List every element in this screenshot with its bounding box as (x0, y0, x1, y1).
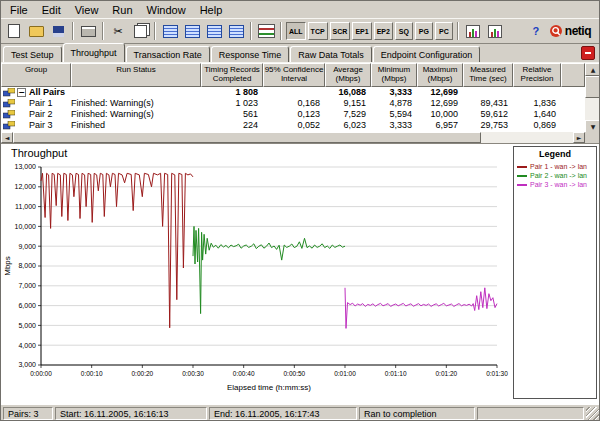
column-header-timing-records[interactable]: Timing Records Completed (201, 63, 263, 87)
svg-text:Elapsed time (h:mm:ss): Elapsed time (h:mm:ss) (227, 383, 311, 392)
chart-title: Throughput (11, 147, 67, 159)
tab-raw-data-totals[interactable]: Raw Data Totals (290, 46, 371, 62)
tab-endpoint-configuration[interactable]: Endpoint Configuration (373, 46, 481, 62)
column-header-relative-precision[interactable]: Relative Precision (513, 63, 561, 87)
status-pairs: Pairs: 3 (3, 407, 53, 420)
menu-window[interactable]: Window (140, 3, 193, 17)
scrollbar-thumb[interactable] (585, 76, 600, 98)
menu-edit[interactable]: Edit (35, 3, 68, 17)
filter-tcp-button[interactable]: TCP (308, 22, 328, 40)
help-button[interactable]: ? (525, 21, 547, 41)
tab-test-setup[interactable]: Test Setup (3, 46, 62, 62)
average-value: 7,529 (325, 109, 371, 120)
scroll-left-button[interactable]: ◄ (1, 132, 13, 143)
confidence-value: 0,168 (263, 98, 325, 109)
confidence-value: 0,123 (263, 109, 325, 120)
scrollbar-thumb[interactable] (13, 132, 481, 143)
results-table: Group Run Status Timing Records Complete… (1, 62, 600, 143)
arrow-up-icon: ▲ (591, 66, 596, 73)
average-value: 9,151 (325, 98, 371, 109)
legend-entry-pair-2: Pair 2 - wan -> lan (514, 171, 596, 180)
arrow-left-icon: ◄ (5, 134, 10, 141)
records-value: 1 023 (201, 98, 263, 109)
copy-icon (134, 25, 147, 38)
column-header-run-status[interactable]: Run Status (71, 63, 201, 87)
print-button[interactable] (77, 21, 99, 41)
save-test-button[interactable] (47, 21, 69, 41)
tab-response-time[interactable]: Response Time (211, 46, 290, 62)
edit-pair-button[interactable] (181, 21, 203, 41)
chart-options-icon (488, 25, 502, 38)
table-row-all-pairs[interactable]: −All Pairs 1 808 16,088 3,333 12,699 (1, 87, 585, 98)
filter-pc-button[interactable]: PC (435, 22, 453, 40)
filter-scr-button[interactable]: SCR (330, 22, 351, 40)
swap-pair-button[interactable] (225, 21, 247, 41)
netiq-logo: ? netiq (525, 21, 591, 41)
maximum-value: 12,699 (417, 87, 463, 98)
svg-text:0:01:30: 0:01:30 (486, 370, 508, 377)
new-test-button[interactable] (3, 21, 25, 41)
throughput-chart: 3,0004,0005,0006,0007,0008,0009,00010,00… (1, 163, 509, 401)
resize-grip[interactable] (586, 407, 599, 420)
filter-pg-button[interactable]: PG (415, 22, 433, 40)
column-header-measured-time[interactable]: Measured Time (sec) (463, 63, 513, 87)
filter-all-button[interactable]: ALL (286, 22, 306, 40)
scroll-right-button[interactable]: ► (573, 132, 585, 143)
column-header-group[interactable]: Group (1, 63, 71, 87)
menu-help[interactable]: Help (193, 3, 230, 17)
svg-text:7,000: 7,000 (18, 282, 36, 289)
delete-pair-button[interactable] (203, 21, 225, 41)
chart-view-button[interactable] (462, 21, 484, 41)
minimum-value: 4,878 (371, 98, 417, 109)
column-header-average[interactable]: Average (Mbps) (325, 63, 371, 87)
svg-text:11,000: 11,000 (15, 203, 36, 210)
minimum-value: 3,333 (371, 120, 417, 131)
scrollbar-track[interactable] (481, 132, 573, 143)
menu-run[interactable]: Run (105, 3, 139, 17)
pair-list-icon (258, 24, 275, 38)
legend-label: Pair 1 - wan -> lan (530, 163, 587, 170)
add-pair-button[interactable] (159, 21, 181, 41)
arrow-right-icon: ► (577, 134, 582, 141)
chart-panel: Throughput 3,0004,0005,0006,0007,0008,00… (1, 143, 600, 404)
filter-sq-button[interactable]: SQ (395, 22, 413, 40)
group-label: Pair 1 (17, 98, 71, 109)
column-header-maximum[interactable]: Maximum (Mbps) (417, 63, 463, 87)
run-status: Finished: Warning(s) (71, 98, 201, 109)
svg-text:6,000: 6,000 (18, 302, 36, 309)
chart-options-button[interactable] (484, 21, 506, 41)
tab-transaction-rate[interactable]: Transaction Rate (126, 46, 210, 62)
menu-file[interactable]: File (3, 3, 35, 17)
delete-pair-icon (207, 25, 222, 38)
open-test-button[interactable] (25, 21, 47, 41)
table-row-pair-1[interactable]: Pair 1 Finished: Warning(s) 1 023 0,168 … (1, 98, 585, 109)
column-header-minimum[interactable]: Minimum (Mbps) (371, 63, 417, 87)
table-vertical-scrollbar[interactable]: ▲ ▼ (585, 63, 600, 133)
collapse-box[interactable]: − (17, 88, 26, 97)
menu-view[interactable]: View (68, 3, 106, 17)
maximum-value: 6,957 (417, 120, 463, 131)
tab-throughput[interactable]: Throughput (63, 43, 125, 62)
filter-ep1-button[interactable]: EP1 (352, 22, 371, 40)
column-header-confidence[interactable]: 95% Confidence Interval (263, 63, 325, 87)
pair-icon (3, 121, 15, 131)
pair-list-button[interactable] (255, 21, 277, 41)
arrow-down-icon: ▼ (591, 123, 596, 130)
toolbar-separator (457, 22, 459, 40)
pair-icon (3, 110, 15, 120)
table-row-pair-3[interactable]: Pair 3 Finished 224 0,052 6,023 3,333 6,… (1, 120, 585, 131)
svg-text:10,000: 10,000 (15, 223, 37, 230)
table-row-pair-2[interactable]: Pair 2 Finished: Warning(s) 561 0,123 7,… (1, 109, 585, 120)
legend-entry-pair-1: Pair 1 - wan -> lan (514, 162, 596, 171)
records-value: 224 (201, 120, 263, 131)
svg-text:0:00:50: 0:00:50 (283, 370, 305, 377)
cut-button[interactable]: ✂ (107, 21, 129, 41)
scroll-up-button[interactable]: ▲ (585, 63, 600, 76)
copy-button[interactable] (129, 21, 151, 41)
status-filler (477, 407, 584, 420)
filter-ep2-button[interactable]: EP2 (374, 22, 393, 40)
measured-time-value: 89,431 (463, 98, 513, 109)
measured-time-value: 59,612 (463, 109, 513, 120)
table-horizontal-scrollbar[interactable]: ◄ ► (1, 132, 585, 143)
scrollbar-track[interactable] (585, 76, 600, 120)
